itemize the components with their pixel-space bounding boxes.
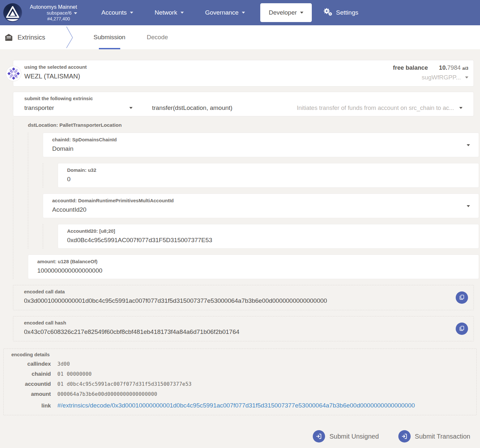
chainid-dropdown[interactable]: chainId: SpDomainsChainId Domain — [43, 133, 479, 157]
tab-submission-label: Submission — [94, 34, 125, 41]
menu-developer-label: Developer — [269, 9, 297, 16]
action-bar: Submit Unsigned Submit Transaction — [0, 430, 470, 442]
extrinsics-icon — [5, 33, 13, 41]
copy-icon — [459, 294, 465, 301]
menu-accounts-label: Accounts — [101, 9, 127, 16]
menu-network-label: Network — [155, 9, 177, 16]
chevron-down-icon — [467, 205, 470, 207]
chevron-down-icon — [74, 12, 77, 14]
menu-governance-label: Governance — [205, 9, 239, 16]
menu-network[interactable]: Network — [144, 0, 194, 25]
encoding-row-value: 3d00 — [57, 361, 70, 367]
chevron-down-icon — [129, 107, 133, 109]
menu-settings-label: Settings — [336, 9, 358, 16]
encoding-row-chainid: chainid 01 00000000 — [11, 371, 469, 377]
chevron-down-icon — [459, 107, 462, 109]
copy-call-hash-button[interactable] — [456, 323, 468, 335]
encoded-call-data-value: 0x3d00010000000001d0bc4c95c5991ac007f077… — [24, 297, 463, 304]
active-tab-underline — [99, 48, 120, 49]
main-menu: Accounts Network Governance Developer — [91, 0, 365, 25]
decode-link[interactable]: #/extrinsics/decode/0x3d00010000000001d0… — [57, 402, 415, 409]
encoding-row-callindex: callindex 3d00 — [11, 361, 469, 367]
copy-icon — [459, 325, 465, 332]
encoding-row-value: 000064a7b3b6e00d0000000000000000 — [57, 391, 157, 397]
encoding-details-section: encoding details callindex 3d00 chainid … — [3, 348, 477, 415]
menu-settings[interactable]: Settings — [316, 0, 365, 25]
balance-unit: ai3 — [462, 66, 468, 71]
domain-label: Domain: u32 — [67, 167, 470, 173]
free-balance-label: free balance — [393, 64, 428, 71]
encoded-call-data-section: encoded call data 0x3d00010000000001d0bc… — [13, 285, 474, 310]
chevron-down-icon — [130, 12, 133, 14]
encoded-call-data-label: encoded call data — [24, 289, 463, 294]
submit-transaction-button[interactable]: Submit Transaction — [398, 430, 470, 442]
balance-block: free balance10.7984ai3 sugWfRGPP... — [393, 64, 468, 81]
gear-icon — [323, 7, 333, 18]
accountid-label: accountId: DomainRuntimePrimitivesMultiA… — [52, 198, 470, 203]
tab-submission[interactable]: Submission — [83, 25, 136, 49]
encoding-details-label: encoding details — [11, 352, 469, 357]
account-address-short: sugWfRGPP... — [422, 74, 461, 81]
tab-decode[interactable]: Decode — [136, 25, 179, 49]
chainid-label: chainId: SpDomainsChainId — [52, 137, 470, 142]
domain-input[interactable]: Domain: u32 0 — [58, 163, 479, 188]
dstlocation-label: dstLocation: PalletTransporterLocation — [28, 122, 479, 128]
sign-in-icon — [313, 430, 325, 442]
encoding-row-amount: amount 000064a7b3b6e00d0000000000000000 — [11, 391, 469, 397]
encoded-call-hash-section: encoded call hash 0x43c07c608326c217e825… — [13, 316, 474, 341]
tab-decode-label: Decode — [147, 34, 168, 41]
section-title: Extrinsics — [18, 34, 45, 41]
extrinsic-params: dstLocation: PalletTransporterLocation c… — [13, 120, 479, 279]
method-description: Initiates transfer of funds from account… — [297, 104, 454, 112]
extrinsic-selection: submit the following extrinsic transport… — [13, 92, 474, 116]
menu-developer[interactable]: Developer — [260, 3, 312, 22]
method-dropdown[interactable]: Initiates transfer of funds from account… — [232, 104, 462, 112]
network-name: Autonomys Mainnet — [30, 4, 77, 10]
submit-transaction-label: Submit Transaction — [415, 433, 470, 440]
pallet-value: transporter — [24, 104, 54, 112]
chain-selector[interactable]: subspace/6 — [47, 10, 77, 16]
chevron-down-icon — [467, 144, 470, 146]
chain-label: subspace/6 — [47, 10, 72, 16]
encoded-call-hash-value: 0x43c07c608326c217e82549f60cbf8cbf481eb4… — [24, 328, 463, 336]
encoding-row-label: chainid — [11, 371, 51, 377]
encoding-row-accountid: accountid 01 d0bc4c95c5991ac007f077d31f5… — [11, 381, 469, 387]
network-brand: Autonomys Mainnet subspace/6 #4,277,400 — [30, 4, 77, 22]
encoding-row-value: 01 00000000 — [57, 371, 92, 377]
domain-value: 0 — [67, 176, 470, 183]
encoding-row-value: 01 d0bc4c95c5991ac007f077d31f5d315007377… — [57, 381, 192, 387]
amount-value: 1000000000000000000 — [37, 267, 470, 274]
balance-integer: 10. — [439, 64, 447, 71]
chevron-down-icon — [242, 12, 245, 14]
encoding-row-label: callindex — [11, 361, 51, 367]
amount-label: amount: u128 (BalanceOf) — [37, 259, 470, 264]
encoding-row-label: amount — [11, 391, 51, 397]
encoding-row-label: accountid — [11, 381, 51, 387]
submit-unsigned-button[interactable]: Submit Unsigned — [313, 430, 379, 442]
chevron-down-icon — [300, 12, 303, 14]
tab-bar: Extrinsics Submission Decode — [0, 25, 480, 49]
accountid-dropdown[interactable]: accountId: DomainRuntimePrimitivesMultiA… — [43, 194, 479, 218]
accountid20-label: AccountId20: [u8;20] — [67, 228, 470, 234]
menu-governance[interactable]: Governance — [194, 0, 256, 25]
account-address-toggle[interactable]: sugWfRGPP... — [393, 74, 468, 81]
submit-unsigned-label: Submit Unsigned — [329, 433, 379, 440]
accountid20-value: 0xd0Bc4c95c5991AC007f077d31F5D315007377E… — [67, 237, 470, 244]
pallet-dropdown[interactable]: transporter — [24, 104, 141, 112]
accountid20-input[interactable]: AccountId20: [u8;20] 0xd0Bc4c95c5991AC00… — [58, 224, 479, 249]
account-selector[interactable]: using the selected account WEZL (TALISMA… — [13, 60, 474, 87]
encoded-call-hash-label: encoded call hash — [24, 320, 463, 325]
copy-call-data-button[interactable] — [456, 291, 468, 304]
account-identicon — [6, 66, 21, 81]
encoding-link-label: link — [11, 403, 51, 409]
top-navbar: Autonomys Mainnet subspace/6 #4,277,400 … — [0, 0, 480, 25]
amount-input[interactable]: amount: u128 (BalanceOf) 100000000000000… — [28, 254, 479, 279]
autonomys-logo-icon[interactable] — [3, 3, 23, 23]
chainid-value: Domain — [52, 145, 470, 152]
extrinsics-page: using the selected account WEZL (TALISMA… — [0, 49, 480, 442]
breadcrumb-chevron-icon — [65, 26, 74, 49]
menu-accounts[interactable]: Accounts — [91, 0, 144, 25]
extrinsic-section-label: submit the following extrinsic — [24, 96, 462, 101]
encoding-row-link: link #/extrinsics/decode/0x3d00010000000… — [11, 402, 469, 409]
chevron-down-icon — [465, 77, 468, 78]
